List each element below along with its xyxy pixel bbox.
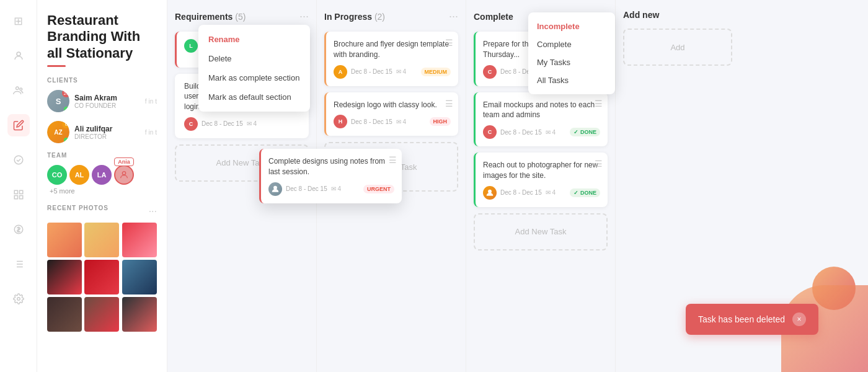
status-badge: ✓ DONE	[570, 188, 600, 197]
task-meta: H Dec 8 - Dec 15 ✉ 4 HIGH	[334, 115, 451, 128]
team-avatars: CO AL LA Ania +5 more	[47, 165, 157, 195]
context-default-section[interactable]: Mark as default section	[198, 87, 310, 107]
task-meta: Dec 8 - Dec 15 ✉ 4 URGENT	[268, 182, 394, 196]
project-title: Restaurant Branding With all Stationary	[47, 12, 157, 61]
toast-notification: Task has been deleted ×	[686, 304, 818, 335]
social-icon[interactable]: in	[148, 98, 153, 105]
photo-thumb	[47, 297, 82, 332]
social-icon[interactable]: f	[145, 129, 147, 136]
clients-label: CLIENTS	[47, 77, 157, 84]
team-section: TEAM CO AL LA Ania +5 more	[47, 152, 157, 195]
task-meta: A Dec 8 - Dec 15 ✉ 4 MEDIUM	[334, 65, 451, 79]
task-menu-icon[interactable]: ☰	[389, 155, 397, 165]
photos-section: RECENT PHOTOS ···	[47, 205, 157, 332]
svg-rect-4	[14, 190, 17, 193]
add-new-title: Add new	[623, 10, 732, 20]
task-card[interactable]: ☰ Redesign logo with classy look. H Dec …	[324, 92, 458, 136]
task-avatar: L	[184, 39, 198, 53]
task-messages: ✉ 4	[546, 189, 556, 196]
task-menu-icon[interactable]: ☰	[595, 159, 603, 169]
context-complete-section[interactable]: Mark as complete section	[198, 68, 310, 87]
social-icon[interactable]: f	[145, 98, 147, 105]
priority-badge: HIGH	[430, 117, 451, 126]
photo-thumb	[122, 260, 157, 294]
task-menu-icon[interactable]: ☰	[445, 99, 453, 108]
online-indicator	[64, 107, 69, 112]
task-title: Reach out to photographer for new images…	[483, 160, 600, 181]
add-task-button[interactable]: Add New Task	[474, 213, 608, 250]
svg-point-1	[16, 87, 19, 90]
context-delete[interactable]: Delete	[198, 49, 310, 68]
list-icon[interactable]	[7, 253, 30, 275]
team-member-avatar[interactable]: LA	[92, 165, 112, 185]
team-icon[interactable]	[7, 79, 30, 102]
photo-thumb	[122, 297, 157, 332]
floating-task-card[interactable]: ☰ Complete designs using notes from last…	[259, 149, 402, 203]
team-more-label: +5 more	[50, 187, 75, 195]
avatar: S 20	[47, 90, 69, 112]
task-date: Dec 8 - Dec 15	[286, 185, 327, 192]
dropdown-all-tasks[interactable]: All Tasks	[528, 71, 615, 89]
task-menu-icon[interactable]: ☰	[595, 99, 603, 108]
team-label: TEAM	[47, 152, 157, 159]
client-item: AZ 6 Ali zulifqar DIRECTOR f in t	[47, 121, 157, 143]
task-date: Dec 8 - Dec 15	[351, 68, 392, 75]
svg-rect-5	[19, 190, 22, 193]
task-messages: ✉ 4	[546, 129, 556, 136]
column-header: Requirements (5) ···	[175, 10, 309, 23]
svg-point-10	[122, 172, 125, 175]
social-icon[interactable]: t	[155, 98, 157, 105]
add-label: Add	[670, 43, 684, 52]
priority-badge: MEDIUM	[421, 68, 451, 76]
photos-grid	[47, 223, 157, 332]
context-menu: Rename Delete Mark as complete section M…	[198, 25, 310, 112]
task-title: Email mockups and notes to each team and…	[483, 100, 600, 121]
photo-thumb	[84, 260, 119, 294]
dashboard-icon[interactable]: ⊞	[7, 10, 30, 32]
task-date: Dec 8 - Dec 15	[500, 129, 542, 136]
column-title: Complete	[474, 12, 513, 22]
social-icon[interactable]: t	[155, 129, 157, 136]
user-icon[interactable]	[7, 45, 30, 67]
task-avatar: H	[334, 115, 347, 128]
edit-icon[interactable]	[7, 114, 30, 136]
svg-point-9	[17, 298, 20, 301]
check-icon[interactable]	[7, 149, 30, 171]
column-menu-button[interactable]: ···	[299, 10, 309, 23]
task-messages: ✉ 4	[331, 185, 341, 192]
task-card[interactable]: ☰ Reach out to photographer for new imag…	[474, 153, 608, 207]
svg-point-3	[14, 156, 23, 164]
task-date: Dec 8 - Dec 15	[500, 189, 542, 196]
client-role: CO FOUNDER	[74, 102, 140, 109]
client-role: DIRECTOR	[74, 133, 140, 140]
team-member-avatar[interactable]: AL	[69, 165, 89, 185]
task-card[interactable]: ☰ Email mockups and notes to each team a…	[474, 92, 608, 147]
dropdown-complete[interactable]: Complete	[528, 35, 615, 53]
social-icon[interactable]: in	[148, 129, 153, 136]
dropdown-incomplete[interactable]: Incomplete	[528, 17, 615, 35]
task-messages: ✉ 4	[396, 118, 406, 125]
svg-point-11	[488, 190, 492, 193]
task-messages: ✉ 4	[247, 120, 257, 127]
photos-menu[interactable]: ···	[149, 206, 157, 217]
grid-icon[interactable]	[7, 184, 30, 206]
toast-close-button[interactable]: ×	[792, 312, 806, 326]
svg-point-0	[17, 52, 20, 56]
task-title: Brochure and flyer design template with …	[334, 39, 451, 60]
dropdown-my-tasks[interactable]: My Tasks	[528, 53, 615, 71]
photo-thumb	[84, 223, 119, 257]
task-avatar	[483, 186, 497, 200]
task-card[interactable]: ☰ Brochure and flyer design template wit…	[324, 32, 458, 86]
context-rename[interactable]: Rename	[198, 30, 310, 49]
dollar-icon[interactable]	[7, 218, 30, 241]
team-member-avatar[interactable]: CO	[47, 165, 67, 185]
team-member-avatar-selected[interactable]: Ania	[114, 165, 134, 185]
column-menu-button[interactable]: ···	[449, 10, 458, 23]
add-new-card[interactable]: Add	[623, 29, 732, 66]
task-menu-icon[interactable]: ☰	[445, 38, 453, 48]
complete-dropdown: Incomplete Complete My Tasks All Tasks	[528, 12, 615, 94]
add-task-label: Add New Task	[515, 227, 567, 236]
client-name: Ali zulifqar	[74, 125, 140, 133]
photo-thumb	[47, 223, 82, 257]
settings-icon[interactable]	[7, 288, 30, 310]
